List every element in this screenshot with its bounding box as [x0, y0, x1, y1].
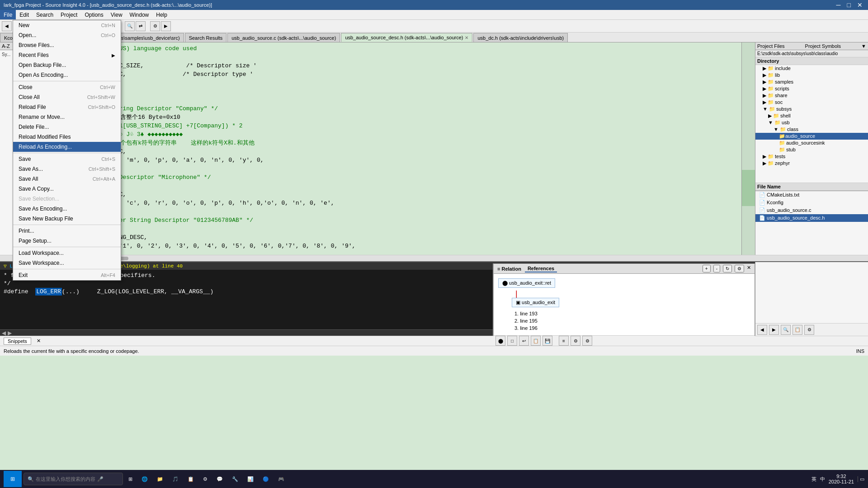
menu-load-workspace[interactable]: Load Workspace...: [13, 248, 121, 258]
taskbar-app7[interactable]: 🔵: [259, 472, 273, 486]
tab-usb-audio-source-desc-h[interactable]: usb_audio_source_desc.h (sdk-acts\...\au…: [341, 33, 472, 42]
tab-usb-audio-source-c[interactable]: usb_audio_source.c (sdk-acts\...\audio_s…: [227, 33, 340, 42]
menu-close-all[interactable]: Close AllCtrl+Shift+W: [13, 92, 121, 102]
tree-item-audio-source[interactable]: 📁audio_source: [755, 133, 868, 140]
relation-zoom-out[interactable]: -: [713, 265, 720, 272]
menu-reload-file[interactable]: Reload FileCtrl+Shift+O: [13, 102, 121, 112]
tree-item-audio-sourcesink[interactable]: 📁audio_sourcesink: [755, 140, 868, 146]
menu-close[interactable]: CloseCtrl+W: [13, 82, 121, 92]
taskbar-explorer[interactable]: 📁: [153, 472, 167, 486]
project-tree[interactable]: ▶ 📁include ▶ 📁lib ▶ 📁samples ▶ 📁scripts …: [755, 65, 868, 183]
menu-delete-file[interactable]: Delete File...: [13, 122, 121, 132]
taskbar-app8[interactable]: 🎮: [274, 472, 288, 486]
menu-page-setup[interactable]: Page Setup...: [13, 236, 121, 246]
minimize-button[interactable]: ─: [835, 1, 843, 9]
menu-print[interactable]: Print...: [13, 226, 121, 236]
rpb-tb-4[interactable]: 📋: [793, 325, 802, 335]
menu-save-as[interactable]: Save As...Ctrl+Shift+S: [13, 164, 121, 174]
menu-view[interactable]: View: [107, 10, 126, 19]
menu-recent-files[interactable]: Recent Files▶: [13, 50, 121, 60]
relation-tb-6[interactable]: ≡: [559, 336, 569, 346]
tree-item-usb[interactable]: ▼ 📁usb: [755, 119, 868, 126]
menu-save-as-encoding[interactable]: Save As Encoding...: [13, 204, 121, 214]
relation-refresh[interactable]: ↻: [723, 265, 732, 272]
taskbar-app1[interactable]: 🎵: [169, 472, 182, 486]
menu-reload-modified[interactable]: Reload Modified Files: [13, 132, 121, 142]
relation-node-1[interactable]: ⬤ usb_audio_exit::ret: [498, 278, 555, 288]
toolbar-run[interactable]: ▶: [161, 21, 171, 31]
relation-settings[interactable]: ⚙: [735, 265, 744, 272]
menu-save-new-backup[interactable]: Save New Backup File: [13, 214, 121, 224]
start-button[interactable]: ⊞: [4, 471, 22, 487]
file-item-kconfig[interactable]: 📄 Kconfig: [755, 199, 868, 206]
taskbar-app3[interactable]: ⚙: [199, 472, 211, 486]
relation-ref-1[interactable]: 1. line 193: [511, 310, 751, 317]
snippet-tab[interactable]: Snippets: [4, 338, 31, 345]
relation-tab-references[interactable]: References: [525, 265, 557, 272]
taskbar-app2[interactable]: 📋: [184, 472, 198, 486]
tree-item-soc[interactable]: ▶ 📁soc: [755, 99, 868, 106]
log-scroll-right[interactable]: ▶: [8, 330, 12, 336]
menu-reload-as-encoding[interactable]: Reload As Encoding...: [13, 142, 121, 152]
rpb-tb-3[interactable]: 🔍: [781, 325, 791, 335]
taskbar-lang[interactable]: 英: [811, 476, 816, 483]
relation-node-2[interactable]: ▣ usb_audio_exit: [512, 298, 559, 307]
relation-ref-3[interactable]: 3. line 196: [511, 324, 751, 332]
menu-browse-files[interactable]: Browse Files...: [13, 40, 121, 50]
tree-item-samples[interactable]: ▶ 📁samples: [755, 79, 868, 85]
menu-options[interactable]: Options: [81, 10, 107, 19]
project-files-tab[interactable]: Project Files: [757, 43, 785, 49]
menu-edit[interactable]: Edit: [16, 10, 33, 19]
relation-tb-7[interactable]: ⚙: [571, 336, 580, 346]
tree-item-tests[interactable]: ▶ 📁tests: [755, 153, 868, 160]
toolbar-build[interactable]: ⚙: [150, 21, 160, 31]
menu-window[interactable]: Window: [126, 10, 153, 19]
menu-file[interactable]: File: [0, 10, 16, 19]
toolbar-back[interactable]: ◀: [2, 21, 12, 31]
relation-ref-2[interactable]: 2. line 195: [511, 317, 751, 324]
taskbar-app4[interactable]: 💬: [213, 472, 226, 486]
right-panel-menu-icon[interactable]: ▼: [861, 43, 866, 49]
tab-search-results[interactable]: Search Results: [185, 33, 227, 42]
taskbar-ime[interactable]: 中: [820, 476, 825, 483]
relation-tb-4[interactable]: 📋: [531, 336, 541, 346]
tree-item-shell[interactable]: ▶ 📁shell: [755, 113, 868, 119]
project-symbols-tab[interactable]: Project Symbols: [805, 43, 841, 49]
tree-item-zephyr[interactable]: ▶ 📁zephyr: [755, 160, 868, 167]
taskbar-view-button[interactable]: ⊞: [125, 472, 136, 486]
maximize-button[interactable]: □: [845, 1, 853, 9]
snippet-close-icon[interactable]: ✕: [37, 338, 41, 344]
menu-help[interactable]: Help: [152, 10, 171, 19]
relation-tb-2[interactable]: □: [507, 336, 517, 346]
minimap[interactable]: [741, 42, 755, 255]
tree-item-scripts[interactable]: ▶ 📁scripts: [755, 85, 868, 92]
tab-usb-dc-h[interactable]: usb_dc.h (sdk-acts\include\drivers\usb): [473, 33, 568, 42]
menu-new[interactable]: NewCtrl+N: [13, 20, 121, 30]
close-button[interactable]: ✕: [855, 1, 864, 9]
taskbar-app5[interactable]: 🔧: [228, 472, 242, 486]
taskbar-app6[interactable]: 📊: [244, 472, 257, 486]
relation-tb-settings2[interactable]: ⚙: [582, 336, 592, 346]
relation-close-icon[interactable]: ✕: [747, 265, 751, 272]
rpb-tb-1[interactable]: ◀: [757, 325, 767, 335]
tree-item-subsys[interactable]: ▼ 📁subsys: [755, 106, 868, 113]
tree-item-stub[interactable]: 📁stub: [755, 146, 868, 153]
menu-open-backup[interactable]: Open Backup File...: [13, 60, 121, 70]
menu-save[interactable]: SaveCtrl+S: [13, 154, 121, 164]
menu-save-workspace[interactable]: Save Workspace...: [13, 258, 121, 268]
relation-tb-1[interactable]: ⬤: [495, 336, 505, 346]
menu-rename-move[interactable]: Rename or Move...: [13, 112, 121, 122]
menu-save-copy[interactable]: Save A Copy...: [13, 184, 121, 194]
relation-zoom-in[interactable]: +: [703, 265, 711, 272]
menu-project[interactable]: Project: [57, 10, 81, 19]
file-item-cmakelists[interactable]: 📄 CMakeLists.txt: [755, 191, 868, 199]
relation-tb-3[interactable]: ↩: [519, 336, 529, 346]
tree-item-lib[interactable]: ▶ 📁lib: [755, 72, 868, 79]
rpb-tb-settings[interactable]: ⚙: [804, 325, 814, 335]
tree-item-include[interactable]: ▶ 📁include: [755, 65, 868, 72]
menu-open-as-encoding[interactable]: Open As Encoding...: [13, 70, 121, 80]
tree-item-share[interactable]: ▶ 📁share: [755, 92, 868, 99]
toolbar-replace[interactable]: ⇄: [136, 21, 146, 31]
taskbar-edge[interactable]: 🌐: [138, 472, 151, 486]
taskbar-search[interactable]: 🔍 在这里输入你想搜索的内容 🎤: [24, 473, 123, 485]
